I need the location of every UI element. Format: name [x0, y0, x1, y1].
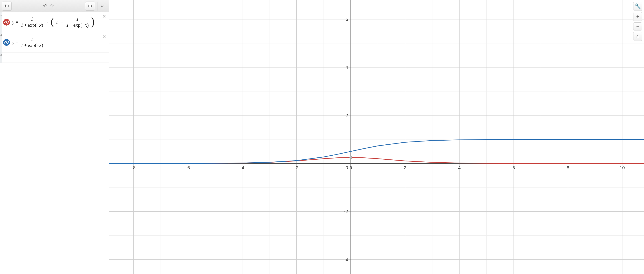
math-y: y [12, 19, 14, 25]
fraction: 1 1+exp(−x) [65, 16, 90, 28]
collapse-panel-button[interactable]: « [97, 1, 107, 10]
add-expression-button[interactable]: + ▼ [2, 1, 12, 10]
curve-icon [3, 39, 10, 46]
expression-panel: + ▼ ↶ ↷ ⚙ « 1 [0, 0, 109, 274]
home-icon: ⌂ [636, 33, 639, 39]
svg-text:-4: -4 [344, 257, 348, 262]
expression-index: 3 [0, 52, 2, 63]
close-icon: × [102, 33, 106, 40]
graph-controls: 🔧 + − ⌂ [633, 2, 642, 41]
svg-text:4: 4 [346, 65, 348, 70]
plus-icon: + [4, 3, 7, 9]
svg-text:-6: -6 [186, 165, 190, 170]
svg-text:-8: -8 [132, 165, 136, 170]
chevron-left-icon: « [101, 3, 104, 9]
gear-icon: ⚙ [88, 3, 92, 9]
wrench-icon: 🔧 [635, 3, 641, 9]
svg-text:4: 4 [458, 165, 460, 170]
zoom-in-button[interactable]: + [633, 12, 642, 21]
fraction: 1 1+exp(−x) [20, 36, 44, 48]
graph-settings-button[interactable]: 🔧 [633, 2, 642, 11]
expression-index: 2 [0, 32, 2, 52]
math-eq: = [16, 19, 18, 25]
expression-input[interactable]: y = 1 1+exp(−x) [10, 32, 109, 52]
math-dot: · [45, 19, 50, 25]
panel-toolbar: + ▼ ↶ ↷ ⚙ « [0, 0, 109, 12]
expression-list: 1 y = 1 1+exp(−x) [0, 12, 109, 274]
expression-input[interactable] [10, 52, 109, 63]
zoom-out-button[interactable]: − [633, 22, 642, 30]
caret-down-icon: ▼ [8, 5, 10, 7]
svg-text:10: 10 [620, 165, 625, 170]
graph-canvas[interactable]: -8-6-4-20246810-4-22460 🔧 + − ⌂ [109, 0, 644, 274]
big-rparen: ) [91, 17, 94, 26]
big-lparen: ( [51, 17, 54, 26]
svg-text:-4: -4 [240, 165, 244, 170]
minus-icon: − [636, 23, 639, 29]
svg-text:-2: -2 [344, 209, 348, 214]
svg-text:0: 0 [346, 165, 348, 170]
svg-text:6: 6 [346, 17, 348, 22]
svg-text:8: 8 [567, 165, 569, 170]
expression-color-toggle[interactable] [2, 12, 10, 32]
close-icon: × [102, 13, 106, 19]
redo-button[interactable]: ↷ [50, 3, 54, 9]
expression-color-toggle[interactable] [2, 32, 10, 52]
graph-svg: -8-6-4-20246810-4-22460 [109, 0, 644, 274]
delete-expression-button[interactable]: × [101, 34, 107, 39]
delete-expression-button[interactable]: × [101, 13, 107, 19]
plus-icon: + [636, 14, 639, 19]
undo-button[interactable]: ↶ [43, 3, 47, 9]
svg-point-64 [350, 156, 352, 159]
svg-text:6: 6 [512, 165, 515, 170]
svg-text:0: 0 [350, 165, 352, 170]
svg-text:2: 2 [346, 113, 348, 118]
expression-input[interactable]: y = 1 1+exp(−x) · ( 1 − [10, 12, 109, 32]
fraction: 1 1+exp(−x) [20, 16, 44, 28]
expression-row[interactable]: 2 y = 1 1+exp(−x) [0, 32, 109, 52]
svg-text:2: 2 [404, 165, 406, 170]
svg-text:-2: -2 [294, 165, 298, 170]
zoom-home-button[interactable]: ⌂ [633, 32, 642, 41]
expression-row[interactable]: 1 y = 1 1+exp(−x) [0, 12, 109, 32]
settings-button[interactable]: ⚙ [85, 1, 95, 10]
expression-row-empty[interactable]: 3 [0, 52, 109, 63]
curve-icon [3, 19, 10, 25]
expression-index: 1 [0, 12, 2, 32]
